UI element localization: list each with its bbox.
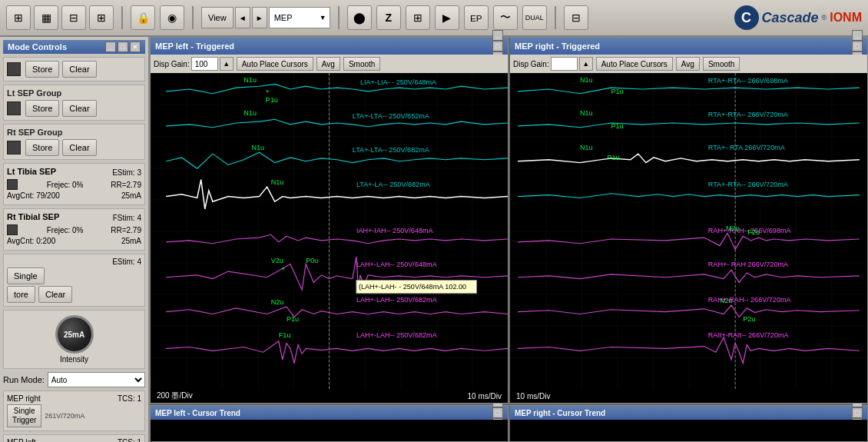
- minimize-btn[interactable]: _: [105, 42, 116, 52]
- mep-left-bottom: MEP left TCS: 1: [3, 434, 145, 442]
- window-buttons: _ □ ×: [105, 42, 141, 52]
- restore-btn[interactable]: □: [118, 42, 128, 52]
- sidebar: Mode Controls _ □ × Store Clear Lt SEP G…: [0, 37, 150, 442]
- cursor-left-restore[interactable]: □: [492, 407, 503, 418]
- logo-text: Cascade: [762, 10, 819, 26]
- sep-4: [555, 6, 556, 29]
- svg-text:P1u: P1u: [611, 122, 623, 130]
- svg-text:RAH+-RAH-- 266V/720mA: RAH+-RAH-- 266V/720mA: [708, 296, 791, 304]
- toolbar-btn-1[interactable]: ⊞: [6, 5, 31, 30]
- nav-next[interactable]: ►: [252, 7, 267, 28]
- mep-right-cursor-title: MEP right - Cursor Trend: [515, 409, 605, 417]
- run-mode-label: Run Mode:: [3, 375, 45, 384]
- clear-btn-lt-sep[interactable]: Clear: [62, 100, 96, 117]
- toolbar-btn-ep[interactable]: EP: [464, 5, 489, 30]
- toolbar-btn-z[interactable]: Z: [376, 5, 401, 30]
- svg-text:RTA+-RTA-- 266V/720mA: RTA+-RTA-- 266V/720mA: [708, 181, 788, 188]
- disp-gain-up-right[interactable]: ▲: [579, 57, 593, 71]
- svg-text:F1u: F1u: [279, 331, 291, 339]
- main-area: Mode Controls _ □ × Store Clear Lt SEP G…: [0, 37, 868, 442]
- mep-left-restore[interactable]: □: [492, 41, 503, 52]
- mep-left-min[interactable]: _: [492, 30, 503, 41]
- lt-sep-label: Lt SEP Group: [7, 88, 141, 98]
- charts-top: MEP left - Triggered _ □ × Disp Gain: 10…: [150, 37, 868, 404]
- store-btn-top[interactable]: Store: [25, 61, 59, 78]
- toolbar-btn-grid[interactable]: ⊞: [406, 5, 430, 30]
- dropdown-arrow: ▼: [320, 14, 326, 22]
- disp-gain-up[interactable]: ▲: [220, 57, 234, 71]
- clear-btn-rt-sep[interactable]: Clear: [62, 139, 96, 156]
- svg-text:N1u: N1u: [244, 110, 257, 118]
- logo-reg: ®: [822, 14, 827, 22]
- smooth-btn-right[interactable]: Smooth: [703, 57, 740, 71]
- mep-right-body: N1u P1u RTA+-RTA-- 266V/698mA N1u P1u RT…: [510, 73, 867, 389]
- mep-right-title-chart: MEP right - Triggered: [515, 42, 600, 51]
- rt-tibial-frejec: Frejec: 0%: [47, 226, 84, 234]
- toolbar-btn-3[interactable]: ⊟: [61, 5, 86, 30]
- lt-tibia-frejec: Frejec: 0%: [47, 181, 84, 189]
- toolbar-left-btns: ⊞ ▦ ⊟ ⊞: [6, 5, 114, 30]
- avg-btn-left[interactable]: Avg: [316, 57, 340, 71]
- estim4-label: EStim: 4: [112, 258, 141, 266]
- svg-text:P1u: P1u: [266, 96, 278, 104]
- rt-sep-group: Rt SEP Group Store Clear: [3, 124, 145, 160]
- clear-btn-top[interactable]: Clear: [62, 61, 96, 78]
- toolbar-btn-wave[interactable]: 〜: [493, 5, 518, 30]
- mode-controls-title: Mode Controls: [8, 42, 67, 52]
- disp-gain-val-left[interactable]: 100: [191, 57, 218, 71]
- mep-dropdown[interactable]: MEP ▼: [269, 7, 330, 28]
- lt-tibia-rr-row: Frejec: 0% RR=2.79: [7, 179, 141, 190]
- svg-text:+: +: [266, 88, 270, 95]
- mep-right-restore[interactable]: □: [852, 41, 863, 52]
- single-trigger-btn[interactable]: Single Trigger: [7, 404, 41, 427]
- single-btn[interactable]: Single: [7, 268, 45, 284]
- toolbar-btn-lock[interactable]: 🔒: [131, 5, 155, 30]
- intensity-knob[interactable]: 25mA: [55, 315, 94, 354]
- disp-gain-label-left: Disp Gain:: [154, 60, 190, 68]
- cascade-logo: C Cascade ® IONM: [734, 5, 862, 30]
- toolbar-btn-play[interactable]: ⬤: [347, 5, 372, 30]
- disp-gain-val-right[interactable]: [551, 57, 578, 71]
- svg-text:P1u: P1u: [287, 315, 299, 323]
- toolbar-btn-dual[interactable]: DUAL: [522, 5, 547, 30]
- rt-tibial-ma: 25mA: [121, 237, 141, 245]
- svg-text:(LAH+-LAH- - 250V/648mA 102.00: (LAH+-LAH- - 250V/648mA 102.00: [359, 283, 466, 291]
- close-btn[interactable]: ×: [130, 42, 141, 52]
- auto-place-cursors-right[interactable]: Auto Place Cursors: [596, 57, 673, 71]
- mep-left-body: N1u + P1u LIA+-LIA- - 250V/648mA N1u LTA…: [151, 73, 508, 389]
- mep-left-cursor-body: [151, 420, 508, 441]
- toolbar-btn-settings[interactable]: ⊟: [564, 5, 588, 30]
- store-btn-rt-sep[interactable]: Store: [25, 139, 59, 156]
- knob-value: 25mA: [64, 331, 84, 339]
- single-trigger-label: Single: [14, 407, 35, 416]
- mep-left-tcs: TCS: 1: [118, 438, 141, 442]
- toolbar-btn-run[interactable]: ▶: [435, 5, 459, 30]
- cursor-right-restore[interactable]: □: [852, 407, 863, 418]
- mep-left-cursor-header: MEP left - Cursor Trend _ □ ×: [151, 406, 508, 420]
- logo-circle: C: [734, 5, 759, 30]
- store-btn-2[interactable]: tore: [7, 286, 35, 303]
- toolbar-btn-4[interactable]: ⊞: [89, 5, 114, 30]
- mep-left-toolbar: Disp Gain: 100 ▲ Auto Place Cursors Avg …: [151, 55, 508, 73]
- rt-tibial-rr-row: Frejec: 0% RR=2.79: [7, 224, 141, 235]
- view-label: View: [201, 7, 234, 28]
- clear-btn-2[interactable]: Clear: [38, 286, 72, 303]
- toolbar-btn-monitor[interactable]: ◉: [160, 5, 184, 30]
- smooth-btn-left[interactable]: Smooth: [343, 57, 380, 71]
- lt-sep-group: Lt SEP Group Store Clear: [3, 85, 145, 121]
- disp-gain-right: Disp Gain: ▲: [513, 57, 593, 71]
- mep-right-btns: Single Trigger 261V/720mA: [7, 404, 141, 427]
- nav-prev[interactable]: ◄: [235, 7, 250, 28]
- mep-right-min[interactable]: _: [852, 30, 863, 41]
- auto-place-cursors-left[interactable]: Auto Place Cursors: [237, 57, 313, 71]
- svg-text:N1u: N1u: [580, 110, 593, 118]
- store-btn-lt-sep[interactable]: Store: [25, 100, 59, 117]
- led-1: [7, 62, 21, 76]
- lt-tibia-ma: 25mA: [121, 191, 141, 200]
- led-3: [7, 141, 21, 155]
- rt-tibial-avg-row: AvgCnt: 0:200 25mA: [7, 237, 141, 245]
- sep-3: [338, 6, 340, 29]
- toolbar-btn-2[interactable]: ▦: [34, 5, 58, 30]
- run-mode-select[interactable]: Auto: [48, 372, 145, 387]
- avg-btn-right[interactable]: Avg: [676, 57, 700, 71]
